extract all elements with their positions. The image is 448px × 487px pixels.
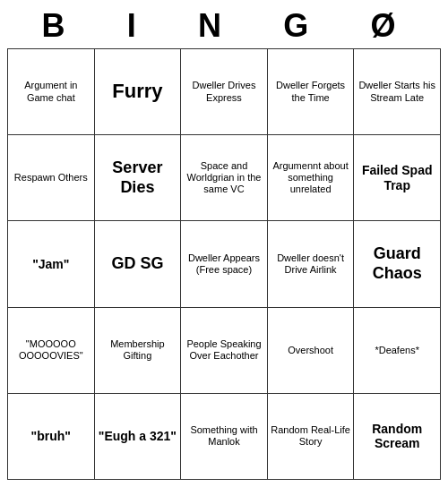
cell-r1-c2: Space and Worldgrian in the same VC — [181, 135, 268, 221]
bingo-grid: Argument in Game chatFurryDweller Drives… — [7, 48, 441, 480]
bingo-title: B I N G Ø — [7, 7, 441, 45]
cell-r2-c2: Dweller Appears (Free space) — [181, 221, 268, 307]
cell-r0-c4: Dweller Starts his Stream Late — [354, 49, 441, 135]
title-o: Ø — [370, 7, 406, 45]
cell-r1-c4: Failed Spad Trap — [354, 135, 441, 221]
cell-r0-c3: Dweller Forgets the Time — [267, 49, 354, 135]
cell-r3-c0: "MOOOOO OOOOOVIES" — [8, 307, 95, 393]
cell-r2-c0: "Jam" — [8, 221, 95, 307]
cell-r3-c4: *Deafens* — [354, 307, 441, 393]
cell-r4-c0: "bruh" — [8, 393, 95, 479]
cell-r3-c1: Membership Gifting — [94, 307, 181, 393]
cell-r2-c4: Guard Chaos — [354, 221, 441, 307]
cell-r2-c1: GD SG — [94, 221, 181, 307]
cell-r4-c2: Something with Manlok — [181, 393, 268, 479]
title-b: B — [42, 7, 76, 45]
cell-r4-c4: Random Scream — [354, 393, 441, 479]
cell-r2-c3: Dweller doesn't Drive Airlink — [267, 221, 354, 307]
cell-r3-c2: People Speaking Over Eachother — [181, 307, 268, 393]
cell-r0-c1: Furry — [94, 49, 181, 135]
cell-r1-c3: Argumennt about something unrelated — [267, 135, 354, 221]
cell-r4-c1: "Eugh a 321" — [94, 393, 181, 479]
cell-r3-c3: Overshoot — [267, 307, 354, 393]
title-i: I — [127, 7, 147, 45]
cell-r1-c0: Respawn Others — [8, 135, 95, 221]
title-n: N — [198, 7, 232, 45]
cell-r4-c3: Random Real-Life Story — [267, 393, 354, 479]
title-g: G — [283, 7, 319, 45]
cell-r0-c0: Argument in Game chat — [8, 49, 95, 135]
cell-r0-c2: Dweller Drives Express — [181, 49, 268, 135]
cell-r1-c1: Server Dies — [94, 135, 181, 221]
